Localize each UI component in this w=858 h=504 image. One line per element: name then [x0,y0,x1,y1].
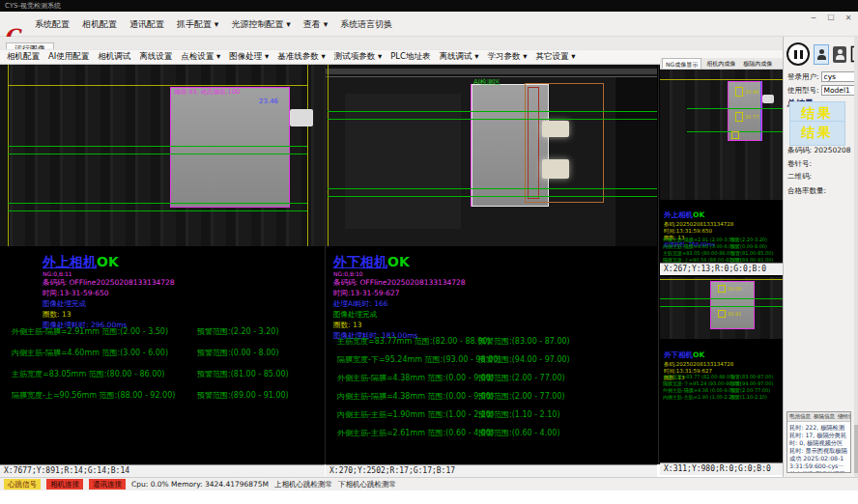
minimize-icon[interactable]: ─ [808,14,819,22]
maximize-icon[interactable]: ☐ [825,14,837,22]
machine-band [326,69,657,74]
thumb1-coords-bar: X:267;Y:13;R:0;G:0;B:0 [660,263,783,275]
measurement-value: 外侧主筋-隔膜=4.38 (0.00-9.00) [663,387,730,393]
person-icon [836,55,844,60]
defect-box [735,87,743,97]
tool-test-params[interactable]: 测试项参数 ▾ [334,51,382,63]
tool-ai-usage-config[interactable]: AI使用配置 [48,51,89,63]
tool-offline-debug[interactable]: 离线调试 ▾ [440,51,479,63]
tab-separator-image[interactable]: 极隔内成像 [740,58,775,69]
qr-row: 二维码: [787,172,854,182]
measurement-warn: 预警(2.00-77.00) [730,387,770,393]
thumb-measure-row: 外侧主筋-隔膜=4.38 (0.00-9.00)预警(2.00-77.00) [663,387,783,393]
menu-comm-config[interactable]: 通讯配置 [129,18,164,31]
tab-row: 运行图像 [0,37,783,49]
measurement-value: 主筋宽度=83.77 (82.00-88.00) [663,374,730,379]
operator-button[interactable] [814,44,829,65]
measurement-warn: 预警范围:(89.00 - 91.00) [197,391,289,400]
measurement-warn: 预警(83.00-87.00) [730,374,773,379]
tool-offline-setting[interactable]: 离线设置 [139,51,172,63]
tool-learning-params[interactable]: 学习参数 ▾ [487,51,527,63]
measurement-row: 内侧主筋-隔膜=4.60mm 范围:(3.00 - 6.00)预警范围:(0.0… [12,348,323,358]
tool-baseline-params[interactable]: 基准线参数 ▾ [277,51,325,63]
person-icon [838,49,843,54]
measurement-row: 外侧主筋-主筋=2.61mm 范围:(0.60 - 4.00)预警范围:(0.6… [337,428,655,438]
threshold-overlay: 阈值:93, 动态阈值:100 [174,88,240,97]
thumb2-result: OK [693,350,704,359]
login-user-input[interactable] [821,71,858,82]
measurement-row: 外侧主筋-隔膜=2.91mm 范围:(2.00 - 3.50)预警范围:(2.2… [12,326,323,337]
left-coords-bar: X:7677;Y:891;R:14;G:14;B:14 [0,464,325,477]
measurement-row: 主筋宽度=83.77mm 范围:(82.00 - 88.00)预警范围:(83.… [337,336,655,347]
tool-camera-debug[interactable]: 相机调试 [98,51,130,63]
right-scrollbar[interactable] [854,37,858,477]
measurement-warn: 预警范围:(1.10 - 2.10) [478,410,560,419]
mid-count: 圈数: 13 [333,320,657,330]
measure-line [328,196,657,197]
pause-button[interactable] [786,42,810,66]
menu-gripper-config[interactable]: 抓手配置 ▾ [177,18,218,31]
mid-camera-panel: AI检测区 外下相机OK NG:0,B:10 条码码: OFFline20250… [326,65,657,464]
left-camera-viewport: 阈值:93, 动态阈值:100 23.46 [0,65,325,246]
tool-other-settings[interactable]: 其它设置 ▾ [535,51,575,63]
left-camera-info: 外上相机OK NG:0,B:11 条码码: OFFline20250208133… [43,252,325,330]
cpu-memory-text: Cpu: 0.0% Memory: 3424.41796875M [131,480,269,489]
stats-tab-battery[interactable]: 电池信息 [789,413,811,420]
stats-log-text: 耗时: 222, 极隔检测耗时: 17, 极隔分类耗时: 0, 极隔视频分区耗时… [787,422,850,473]
machine-shadow [615,77,657,246]
menu-camera-config[interactable]: 相机配置 [82,18,117,31]
thumb-measure-row: 内侧主筋-主筋=1.90 (1.00-2.20)预警(1.10-2.10) [663,394,783,400]
defect-box [718,285,726,293]
menu-language-switch[interactable]: 系统语言切换 [340,18,392,31]
measurement-warn: 预警范围:(83.00 - 87.00) [478,337,570,346]
qr-label: 二维码: [787,172,812,182]
connector-tab [290,109,313,126]
left-time: 时间:13-31-59-650 [43,288,325,298]
tool-camera-config[interactable]: 相机配置 [7,51,40,63]
measurement-value: 内侧主筋-主筋=1.90 (1.00-2.20) [663,394,730,400]
panel-divider [658,65,659,464]
tab-ng-image[interactable]: NG成像显示 [662,58,701,69]
scrollbar-thumb[interactable] [854,425,858,473]
mid-status: 图像处理完成 [333,309,657,320]
control-buttons [786,42,858,66]
thumb-measure-row: 内侧主筋-隔膜=4.60 (3.00-6.00)预警(0.00-8.00) [663,243,783,249]
measurement-warn: 预警(81.00-85.00) [730,250,773,256]
person-icon [817,55,826,60]
pass-rate-row: 合格率数量: [787,186,854,196]
roi-line [660,279,783,280]
admin-button[interactable] [833,46,846,63]
stats-tab-winding[interactable]: 绕组信息 [838,413,851,420]
tool-plc-address[interactable]: PLC地址表 [390,51,430,63]
menu-light-config[interactable]: 光源控制配置 ▾ [231,18,290,31]
close-icon[interactable]: ✕ [843,14,854,22]
measurement-row: 内侧主筋-主筋=1.90mm 范围:(1.00 - 2.20)预警范围:(1.1… [337,409,655,420]
defect-label: 30.08 [728,286,741,292]
mid-camera-title: 外下相机 [333,254,387,269]
ai-zone-label: AI检测区 [473,77,500,87]
measurement-value: 外侧主筋-隔膜=2.91mm 范围:(2.00 - 3.50) [12,326,197,337]
tool-image-processing[interactable]: 图像处理 ▾ [229,51,269,63]
measurement-value: 外侧主筋-隔膜=4.38mm 范围:(0.00 - 9.00) [337,373,478,383]
stats-tab-separator[interactable]: 极隔信息 [814,413,835,420]
tool-spotcheck-setting[interactable]: 点检设置 ▾ [181,51,220,63]
defect-label: 30.77 [745,114,758,120]
model-input[interactable] [821,85,858,96]
measurement-value: 内侧主筋-隔膜=4.60mm 范围:(3.00 - 6.00) [12,348,197,358]
window-title: CYS-视觉检测系统 [5,2,61,10]
measure-line [8,203,307,204]
tab-camera-image[interactable]: 相机内成像 [703,58,738,69]
mid-camera-info: 外下相机OK NG:0,B:10 条码码: OFFline20250208133… [333,252,657,341]
thumbnail-panel-2: 30.08 30.91 外下相机OK 条码:20250208133134728 … [660,277,783,462]
menu-view[interactable]: 查看 ▾ [303,18,328,31]
menu-system-config[interactable]: 系统配置 [35,18,70,31]
barcode-label: 条码码: 20250208 [787,146,851,155]
left-barcode: 条码码: OFFline20250208133134728 [43,277,325,288]
inner-zone-rect [528,87,539,199]
menu-items: 系统配置 相机配置 通讯配置 抓手配置 ▾ 光源控制配置 ▾ 查看 ▾ 系统语言… [35,12,392,37]
highlight-spot [542,121,569,137]
measurement-value: 主筋宽度=83.77mm 范围:(82.00 - 88.00) [337,336,478,347]
barcode-row: 条码码: 20250208 [787,146,854,155]
measure-line [328,188,657,189]
measure-line [8,154,307,154]
